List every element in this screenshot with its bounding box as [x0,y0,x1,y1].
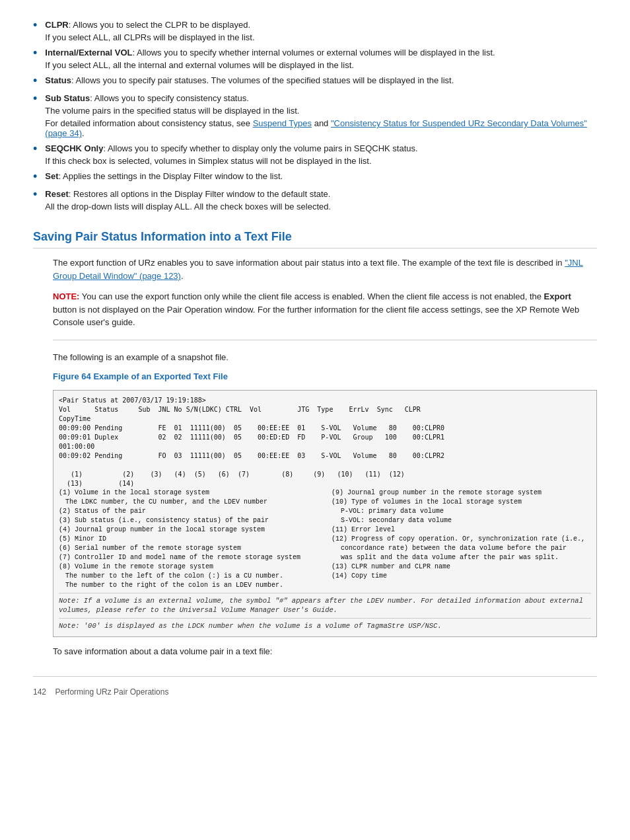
figure-caption: Figure 64 Example of an Exported Text Fi… [53,370,597,383]
footer-chapter: Performing URz Pair Operations [55,687,168,697]
note-bold: Export [544,291,571,301]
bullet-reset: • Reset: Restores all options in the Dis… [33,189,597,211]
bullet-dot-seqchk: • [33,142,37,156]
legend-item-12b: was split and the data volume after the … [332,553,591,562]
page-number: 142 [33,687,46,697]
vol-term: Internal/External VOL: Allows you to spe… [45,48,495,57]
bullet-clpr: • CLPR: Allows you to select the CLPR to… [33,20,597,42]
legend-item-10a: P-VOL: primary data volume [332,507,591,516]
seqchk-note: If this check box is selected, volumes i… [45,156,597,166]
sub-status-extra: For detailed information about consisten… [45,118,597,138]
bullet-dot-clpr: • [33,19,37,32]
note-after: button is not displayed on the Pair Oper… [53,305,579,328]
legend-item-8a: The number to the left of the colon (:) … [59,572,318,581]
bullet-status: • Status: Allows you to specify pair sta… [33,75,597,88]
clpr-note: If you select ALL, all CLPRs will be dis… [45,32,597,42]
vol-note: If you select ALL, all the internal and … [45,60,597,70]
figure-content: <Pair Status at 2007/03/17 19:19:188> Vo… [59,396,591,488]
legend-note2: Note: '00' is displayed as the LDCK numb… [59,618,591,631]
sub-status-note: The volume pairs in the specified status… [45,106,597,116]
section-body: The export function of URz enables you t… [53,256,597,637]
bullet-dot-vol: • [33,46,37,60]
legend-item-4: (4) Journal group number in the local st… [59,525,318,535]
legend-item-11: (11) Error level [332,525,591,535]
legend-item-8: (8) Volume in the remote storage system [59,562,318,572]
reset-note: All the drop-down lists will display ALL… [45,202,597,211]
bullet-dot-status: • [33,74,37,88]
legend-item-10b: S-VOL: secondary data volume [332,516,591,525]
note-label: NOTE: [53,291,79,301]
legend-item-10: (10) Type of volumes in the local storag… [332,498,591,507]
note-text: You can use the export function only whi… [79,291,543,301]
legend-item-1a: The LDKC number, the CU number, and the … [59,498,318,507]
bullet-internal-external-vol: • Internal/External VOL: Allows you to s… [33,48,597,70]
legend-item-12a: concordance rate) between the data volum… [332,544,591,553]
legend-item-13: (13) CLPR number and CLPR name [332,562,591,572]
bullet-dot-reset: • [33,188,37,202]
sub-status-term: Sub Status: Allows you to specify consis… [45,93,249,103]
suspend-types-link[interactable]: Suspend Types [253,118,312,128]
legend-item-14: (14) Copy time [332,572,591,581]
bullet-dot-set: • [33,170,37,184]
page-footer: 142 Performing URz Pair Operations [33,676,597,697]
legend-item-1: (1) Volume in the local storage system [59,488,318,498]
legend-item-6: (6) Serial number of the remote storage … [59,544,318,553]
note-box: NOTE: You can use the export function on… [53,290,597,329]
legend-note1: Note: If a volume is an external volume,… [59,593,591,615]
last-para: To save information about a data volume … [53,646,597,656]
clpr-term: CLPR: Allows you to select the CLPR to b… [45,20,250,30]
section-heading: Saving Pair Status Information into a Te… [33,230,597,248]
bullet-sub-status: • Sub Status: Allows you to specify cons… [33,93,597,138]
seqchk-term: SEQCHK Only: Allows you to specify wheth… [45,143,417,153]
snapshot-label: The following is an example of a snapsho… [53,351,597,364]
set-term: Set: Applies the settings in the Display… [45,171,283,181]
legend-item-12: (12) Progress of copy operation. Or, syn… [332,535,591,544]
legend-left: (1) Volume in the local storage system T… [59,488,318,590]
bullet-list: • CLPR: Allows you to select the CLPR to… [33,20,597,211]
figure-box: <Pair Status at 2007/03/17 19:19:188> Vo… [53,390,597,637]
status-term: Status: Allows you to specify pair statu… [45,75,454,85]
legend-right: (9) Journal group number in the remote s… [332,488,591,590]
divider [53,340,597,340]
bullet-seqchk: • SEQCHK Only: Allows you to specify whe… [33,143,597,166]
legend-item-8b: The number to the right of the colon is … [59,581,318,590]
footer-divider [33,676,597,677]
reset-term: Reset: Restores all options in the Displ… [45,189,330,199]
legend-item-2: (2) Status of the pair [59,507,318,516]
figure-legend: (1) Volume in the local storage system T… [59,488,591,590]
legend-item-9: (9) Journal group number in the remote s… [332,488,591,498]
bullet-set: • Set: Applies the settings in the Displ… [33,171,597,184]
legend-item-7: (7) Controller ID and model name of the … [59,553,318,562]
legend-item-5: (5) Minor ID [59,535,318,544]
legend-item-3: (3) Sub status (i.e., consistency status… [59,516,318,525]
bullet-dot-sub-status: • [33,92,37,106]
section-para1: The export function of URz enables you t… [53,256,597,282]
